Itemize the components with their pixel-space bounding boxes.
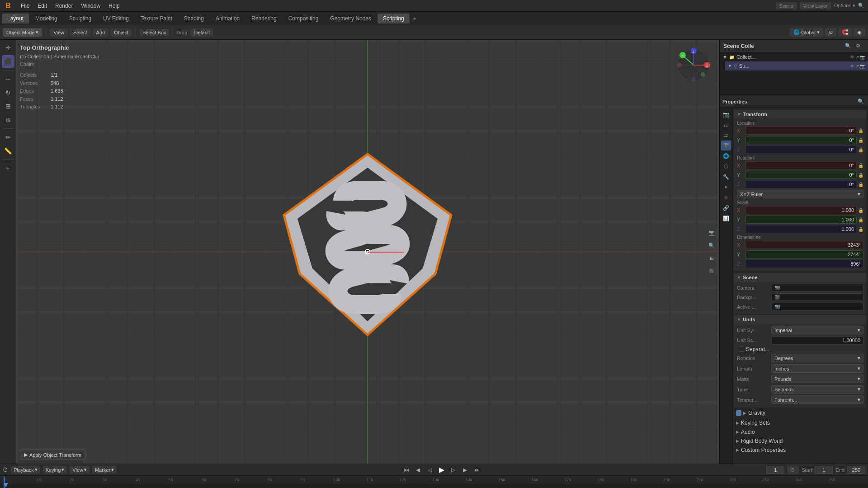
rigid-body-row[interactable]: ▶ Rigid Body World xyxy=(734,436,866,446)
mesh-visibility-icon[interactable]: 👁 xyxy=(850,64,854,69)
add-workspace-btn[interactable]: + xyxy=(410,14,419,23)
prev-keyframe-btn[interactable]: ◁ xyxy=(425,465,435,475)
prop-particles-btn[interactable]: ✦ xyxy=(721,182,731,192)
visibility-icon[interactable]: 👁 xyxy=(850,55,854,60)
play-btn[interactable]: ▶ xyxy=(437,465,447,475)
menu-window[interactable]: Window xyxy=(77,2,104,10)
scale-tool-btn[interactable]: ⊞ xyxy=(2,100,14,113)
tab-texture-paint[interactable]: Texture Paint xyxy=(135,14,178,23)
loc-x-lock-btn[interactable]: 🔒 xyxy=(858,128,863,133)
current-frame-input[interactable] xyxy=(766,466,784,474)
tab-rendering[interactable]: Rendering xyxy=(246,14,282,23)
end-frame-input[interactable] xyxy=(847,466,865,474)
rot-y-lock-btn[interactable]: 🔒 xyxy=(858,173,863,178)
settings-btn[interactable]: ⚙ xyxy=(854,42,863,51)
scale-y-lock-btn[interactable]: 🔒 xyxy=(858,217,863,222)
prop-view-layer-btn[interactable]: 🗂 xyxy=(721,130,731,140)
transform-section-header[interactable]: ▼ Transform xyxy=(734,110,866,119)
zoom-btn[interactable]: 🔍 xyxy=(706,240,717,251)
gravity-checkbox[interactable] xyxy=(736,410,741,416)
tab-geometry-nodes[interactable]: Geometry Nodes xyxy=(325,14,377,23)
jump-end-btn[interactable]: ⏭ xyxy=(472,465,482,475)
props-search-btn[interactable]: 🔍 xyxy=(856,97,865,106)
location-z-input[interactable] xyxy=(745,145,857,154)
camera-input[interactable]: 📷 xyxy=(771,284,863,291)
length-dropdown[interactable]: Inches ▾ xyxy=(771,364,863,373)
rotation-x-input[interactable] xyxy=(745,161,857,169)
prop-physics-btn[interactable]: ⚛ xyxy=(721,192,731,202)
tab-uv-editing[interactable]: UV Editing xyxy=(98,14,134,23)
options-btn[interactable]: Options ▾ xyxy=(834,3,855,9)
playback-btn[interactable]: Playback ▾ xyxy=(11,466,40,474)
pivot-btn[interactable]: ⊙ xyxy=(825,28,836,37)
drag-default-btn[interactable]: Default xyxy=(190,28,213,37)
location-y-input[interactable] xyxy=(745,136,857,144)
keying-btn[interactable]: Keying ▾ xyxy=(43,466,67,474)
tab-sculpting[interactable]: Sculpting xyxy=(64,14,97,23)
separate-units-checkbox[interactable] xyxy=(739,347,744,352)
custom-props-row[interactable]: ▶ Custom Properties xyxy=(734,446,866,455)
rotation-mode-dropdown[interactable]: XYZ Euler ▾ xyxy=(737,190,863,198)
mass-dropdown[interactable]: Pounds ▾ xyxy=(771,375,863,383)
outliner-collection-item[interactable]: ▼ 📁 Collect... 👁 ↗ 📷 xyxy=(720,52,868,61)
dim-y-input[interactable] xyxy=(745,250,863,258)
proportional-btn[interactable]: ◉ xyxy=(854,28,865,37)
outliner-mesh-item[interactable]: ▼ ▽ Su... 👁 ↗ 📷 xyxy=(725,61,868,70)
annotate-tool-btn[interactable]: ✏ xyxy=(2,131,14,144)
loc-z-lock-btn[interactable]: 🔒 xyxy=(858,147,863,152)
tab-layout[interactable]: Layout xyxy=(2,14,29,23)
orientation-btn[interactable]: 🌐 Global ▾ xyxy=(790,28,823,37)
viewport[interactable]: Top Orthographic (1) Collection | Superm… xyxy=(16,40,719,464)
app-logo[interactable]: B xyxy=(4,1,13,10)
keyframe-track[interactable] xyxy=(0,484,868,488)
scale-z-lock-btn[interactable]: 🔒 xyxy=(858,227,863,232)
prop-modifier-btn[interactable]: 🔧 xyxy=(721,172,731,182)
rotation-z-input[interactable] xyxy=(745,180,857,188)
location-x-input[interactable] xyxy=(745,127,857,135)
add-menu-btn[interactable]: Add xyxy=(93,28,109,37)
tab-modeling[interactable]: Modeling xyxy=(30,14,63,23)
scale-x-lock-btn[interactable]: 🔒 xyxy=(858,208,863,213)
rot-x-lock-btn[interactable]: 🔒 xyxy=(858,163,863,168)
apply-object-transform-btn[interactable]: ▶ Apply Object Transform xyxy=(20,450,85,460)
prop-world-btn[interactable]: 🌐 xyxy=(721,151,731,161)
start-frame-input[interactable] xyxy=(815,466,833,474)
view-layer-selector[interactable]: View Layer xyxy=(800,2,831,9)
rotation-units-dropdown[interactable]: Degrees ▾ xyxy=(771,354,863,362)
move-tool-btn[interactable]: ↔ xyxy=(2,73,14,85)
prop-object-btn[interactable]: ⬡ xyxy=(721,161,731,171)
active-input[interactable]: 📷 xyxy=(771,303,863,310)
cursor-tool-btn[interactable]: ✛ xyxy=(2,42,14,54)
measure-tool-btn[interactable]: 📏 xyxy=(2,145,14,157)
rotation-y-input[interactable] xyxy=(745,171,857,179)
add-primitive-btn[interactable]: + xyxy=(2,162,14,175)
keying-sets-row[interactable]: ▶ Keying Sets xyxy=(734,418,866,427)
dim-z-input[interactable] xyxy=(745,260,863,268)
tab-compositing[interactable]: Compositing xyxy=(283,14,324,23)
camera-view-btn[interactable]: 📷 xyxy=(706,227,717,238)
menu-edit[interactable]: Edit xyxy=(34,2,51,10)
view-menu-btn[interactable]: View xyxy=(50,28,68,37)
temperature-dropdown[interactable]: Fahrenh... ▾ xyxy=(771,395,863,404)
units-section-header[interactable]: ▼ Units xyxy=(734,315,866,324)
prop-constraint-btn[interactable]: 🔗 xyxy=(721,203,731,213)
filter-icons[interactable]: 🔍 xyxy=(858,3,864,9)
prop-render-btn[interactable]: 📷 xyxy=(721,109,731,119)
scale-z-input[interactable] xyxy=(745,225,857,233)
menu-file[interactable]: File xyxy=(17,2,33,10)
audio-row[interactable]: ▶ Audio xyxy=(734,427,866,436)
rot-z-lock-btn[interactable]: 🔒 xyxy=(858,182,863,187)
mesh-selectable-icon[interactable]: ↗ xyxy=(855,64,859,69)
object-menu-btn[interactable]: Object xyxy=(110,28,132,37)
gravity-row[interactable]: ▶ Gravity xyxy=(734,408,866,418)
unit-scale-input[interactable] xyxy=(771,336,863,344)
tab-shading[interactable]: Shading xyxy=(179,14,209,23)
select-menu-btn[interactable]: Select xyxy=(70,28,91,37)
timeline-view-btn[interactable]: View ▾ xyxy=(70,466,90,474)
mesh-renderable-icon[interactable]: 📷 xyxy=(860,64,865,69)
time-dropdown[interactable]: Seconds ▾ xyxy=(771,385,863,394)
overlay-btn[interactable]: ◎ xyxy=(706,265,717,276)
mode-selector[interactable]: Object Mode ▾ xyxy=(3,28,42,37)
select-tool-btn[interactable]: ⬛ xyxy=(2,55,14,68)
prop-output-btn[interactable]: 🖨 xyxy=(721,120,731,130)
